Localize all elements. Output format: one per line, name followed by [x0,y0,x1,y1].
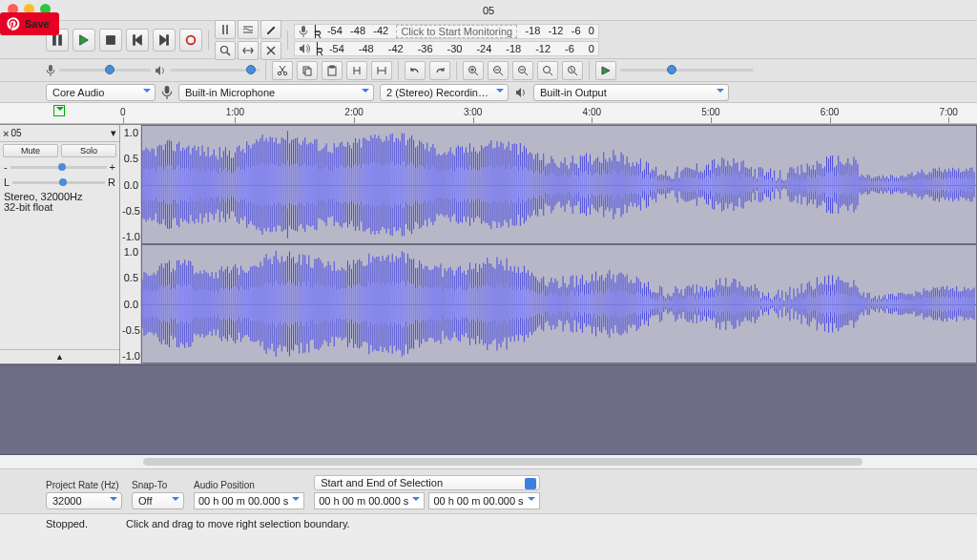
svg-point-9 [221,46,228,52]
zoom-tool-button[interactable] [215,41,236,60]
rec-meter-ticks: -54 -48 -42 Click to Start Monitoring -1… [327,25,594,38]
svg-point-8 [187,35,196,44]
recording-volume-slider[interactable] [46,65,151,76]
separator [398,61,399,80]
tools-grid [215,20,281,60]
paste-button[interactable] [322,61,343,80]
track-name[interactable]: 05 [10,128,109,138]
mute-button[interactable]: Mute [3,144,58,157]
track-collapse-button[interactable]: ▲ [0,349,119,363]
recording-meter[interactable]: LR -54 -48 -42 Click to Start Monitoring… [294,24,599,39]
window-title-bar: 05 [0,0,977,21]
playback-speed-slider[interactable] [620,69,754,72]
timeshift-tool-button[interactable] [238,41,259,60]
audio-host-select[interactable]: Core Audio [46,84,156,101]
timeline-ruler[interactable]: 0 1:00 2:00 3:00 4:00 5:00 6:00 7:00 [0,103,977,124]
empty-track-area[interactable] [0,364,977,455]
playback-meter[interactable]: LR -54-48-42-36-30-24-18-12-60 [294,41,599,56]
audio-position-field[interactable]: 00 h 00 m 00.000 s [194,492,304,509]
envelope-tool-button[interactable] [238,20,259,39]
speaker-icon [514,87,528,98]
silence-button[interactable] [371,61,392,80]
svg-marker-6 [160,34,167,45]
play-button[interactable] [73,29,95,52]
snap-to-select[interactable]: Off [132,492,184,509]
fit-project-button[interactable] [537,61,558,80]
zoom-out-button[interactable] [488,61,509,80]
undo-button[interactable] [405,61,426,80]
timeline-tick: 7:00 [939,107,957,117]
microphone-icon [299,26,308,37]
meter-lr-label: LR [316,43,323,54]
stop-button[interactable] [99,29,122,52]
start-monitoring-label[interactable]: Click to Start Monitoring [396,25,517,38]
timeline-tick: 4:00 [583,107,601,117]
svg-rect-1 [59,34,62,45]
waveform-right-channel[interactable] [141,244,977,363]
timeline-pin-icon[interactable] [53,105,65,116]
skip-start-button[interactable] [126,29,149,52]
svg-rect-24 [165,86,170,93]
track-close-button[interactable]: × [3,128,9,139]
status-state: Stopped. [46,518,88,529]
timeline-tick: 1:00 [226,107,244,117]
zoom-toggle-button[interactable] [562,61,583,80]
speaker-icon [155,65,166,76]
horizontal-scrollbar[interactable] [0,455,977,468]
svg-rect-10 [301,26,305,32]
snap-to-label: Snap-To [132,480,184,490]
play-at-speed-button[interactable] [595,61,616,80]
selection-mode-select[interactable]: Start and End of Selection [314,475,539,490]
selection-end-field[interactable]: 00 h 00 m 00.000 s [428,492,539,509]
audio-position-label: Audio Position [194,480,304,490]
window-title: 05 [483,5,494,16]
draw-tool-button[interactable] [260,20,281,39]
svg-point-21 [544,66,551,73]
waveform-icon [142,126,976,243]
play-meter-ticks: -54-48-42-36-30-24-18-12-60 [329,43,594,54]
track-menu-button[interactable]: ▾ [111,127,116,139]
solo-button[interactable]: Solo [61,144,116,157]
project-rate-select[interactable]: 32000 [46,492,122,509]
track-gain-slider[interactable]: - + [0,159,119,175]
trim-button[interactable] [346,61,367,80]
cut-button[interactable] [272,61,293,80]
device-toolbar: Core Audio Built-in Microphone 2 (Stereo… [0,82,977,103]
skip-end-button[interactable] [153,29,176,52]
pinterest-icon [6,16,21,31]
copy-button[interactable] [297,61,318,80]
tracks-area: × 05 ▾ Mute Solo - + L R Stereo, 32000Hz… [0,124,977,364]
microphone-icon [46,65,55,76]
svg-rect-11 [49,65,52,72]
zoom-in-button[interactable] [463,61,484,80]
selection-start-field[interactable]: 00 h 00 m 00.000 s [314,492,425,509]
fit-selection-button[interactable] [512,61,533,80]
recording-device-select[interactable]: Built-in Microphone [178,84,374,101]
timeline-tick: 0 [120,107,126,117]
multi-tool-button[interactable] [260,41,281,60]
redo-button[interactable] [429,61,450,80]
status-hint: Click and drag to move right selection b… [126,518,350,529]
timeline-tick: 2:00 [344,107,363,117]
pinterest-save-button[interactable]: Save [0,12,59,35]
selection-tool-button[interactable] [215,20,236,39]
svg-marker-2 [80,34,89,45]
recording-channels-select[interactable]: 2 (Stereo) Recordin… [380,84,509,101]
separator [456,61,457,80]
track-format-info: Stereo, 32000Hz 32-bit float [0,190,119,215]
timeline-tick: 5:00 [701,107,719,117]
waveform-left-channel[interactable] [141,125,977,244]
pinterest-save-label: Save [25,18,50,30]
microphone-icon [161,86,173,99]
svg-marker-5 [135,34,141,45]
track-pan-slider[interactable]: L R [0,175,119,190]
svg-marker-23 [602,67,610,74]
timeline-tick: 3:00 [464,107,482,117]
playback-device-select[interactable]: Built-in Output [533,84,729,101]
timeline-tick: 6:00 [821,107,839,117]
project-rate-label: Project Rate (Hz) [46,480,122,490]
amplitude-axis: 1.00.50.0-0.5-1.0 [120,244,141,363]
playback-volume-slider[interactable] [155,65,260,76]
record-button[interactable] [179,29,202,52]
svg-rect-0 [53,34,56,45]
